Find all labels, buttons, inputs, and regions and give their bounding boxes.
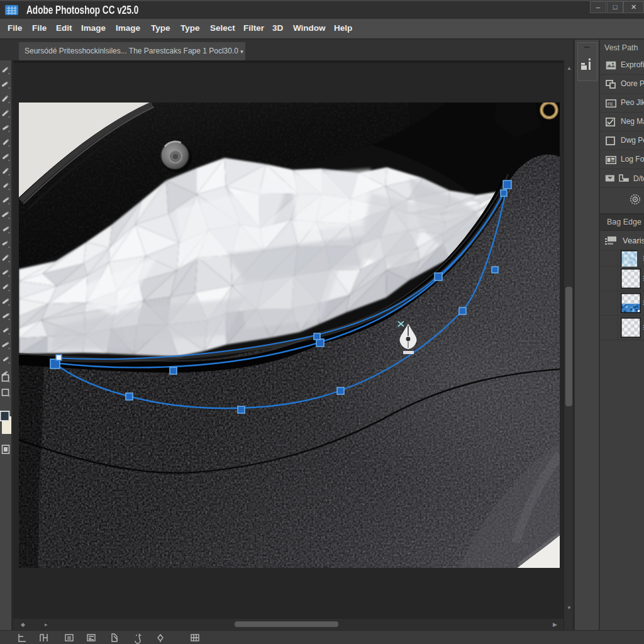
svg-text:FE: FE bbox=[608, 102, 613, 106]
